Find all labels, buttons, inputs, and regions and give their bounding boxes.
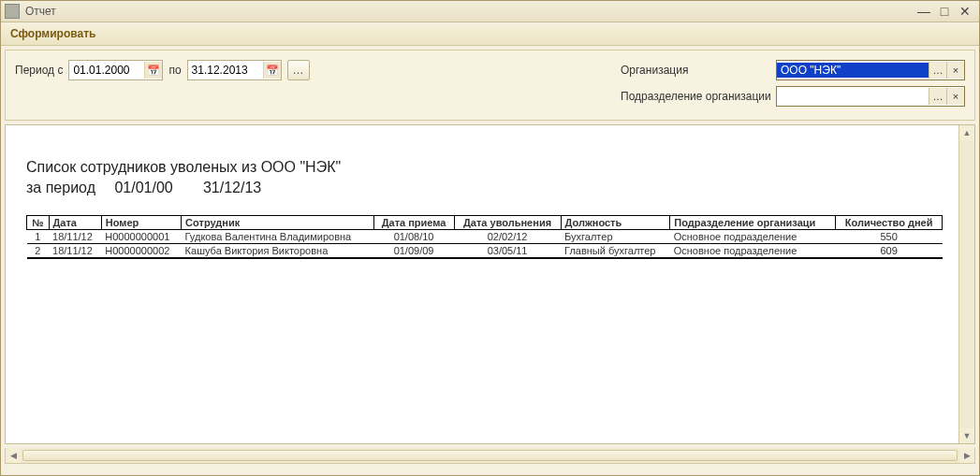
report-area: Список сотрудников уволеных из ООО "НЭК"… xyxy=(5,124,975,444)
organization-field[interactable]: … × xyxy=(776,60,965,80)
report-title: Список сотрудников уволеных из ООО "НЭК" xyxy=(26,159,943,176)
department-label: Подразделение организации xyxy=(621,90,770,103)
organization-picker-button[interactable]: … xyxy=(929,62,946,79)
col-n: № xyxy=(27,216,50,230)
date-to-field[interactable]: 📅 xyxy=(187,60,282,80)
scroll-thumb[interactable] xyxy=(22,450,958,461)
toolbar: Сформировать xyxy=(1,22,979,46)
department-picker-button[interactable]: … xyxy=(929,88,946,105)
col-position: Должность xyxy=(561,216,670,230)
generate-button[interactable]: Сформировать xyxy=(7,25,99,42)
col-date: Дата xyxy=(49,216,101,230)
date-from-input[interactable] xyxy=(69,63,144,78)
scroll-left-icon[interactable]: ◀ xyxy=(6,448,21,463)
period-picker-button[interactable]: … xyxy=(287,60,310,80)
minimize-button[interactable]: — xyxy=(914,3,934,20)
app-icon xyxy=(5,4,20,19)
organization-clear-button[interactable]: × xyxy=(946,62,964,79)
department-input[interactable] xyxy=(777,89,929,104)
calendar-icon[interactable]: 📅 xyxy=(263,62,281,79)
department-field[interactable]: … × xyxy=(776,86,965,107)
col-hire: Дата приема xyxy=(373,216,454,230)
col-number: Номер xyxy=(101,216,181,230)
scroll-right-icon[interactable]: ▶ xyxy=(959,448,974,463)
date-to-input[interactable] xyxy=(188,63,263,78)
date-from-field[interactable]: 📅 xyxy=(68,60,163,80)
maximize-button[interactable]: □ xyxy=(934,3,955,20)
scroll-down-icon[interactable]: ▼ xyxy=(959,428,974,443)
horizontal-scrollbar[interactable]: ◀ ▶ xyxy=(5,448,975,464)
scroll-up-icon[interactable]: ▲ xyxy=(959,125,974,140)
period-to-label: по xyxy=(168,64,181,77)
table-row: 218/11/12Н0000000002Кашуба Виктория Викт… xyxy=(27,244,943,259)
calendar-icon[interactable]: 📅 xyxy=(144,62,162,79)
period-from-label: Период с xyxy=(15,64,63,77)
report-table: № Дата Номер Сотрудник Дата приема Дата … xyxy=(26,215,943,259)
report-period-line: за период 01/01/00 31/12/13 xyxy=(26,180,943,196)
vertical-scrollbar[interactable]: ▲ ▼ xyxy=(958,125,974,443)
col-fire: Дата увольнения xyxy=(454,216,561,230)
department-clear-button[interactable]: × xyxy=(946,88,964,105)
organization-label: Организация xyxy=(621,64,770,77)
table-row: 118/11/12Н0000000001Гудкова Валентина Вл… xyxy=(27,230,943,244)
col-days: Количество дней xyxy=(836,216,943,230)
col-employee: Сотрудник xyxy=(182,216,373,230)
filters-panel: Период с 📅 по 📅 … Организация … × Подраз… xyxy=(5,50,975,121)
organization-input[interactable] xyxy=(777,63,929,78)
titlebar: Отчет — □ ✕ xyxy=(1,1,979,22)
col-department: Подразделение организаци xyxy=(670,216,836,230)
window-title: Отчет xyxy=(25,5,914,18)
close-button[interactable]: ✕ xyxy=(955,3,975,20)
